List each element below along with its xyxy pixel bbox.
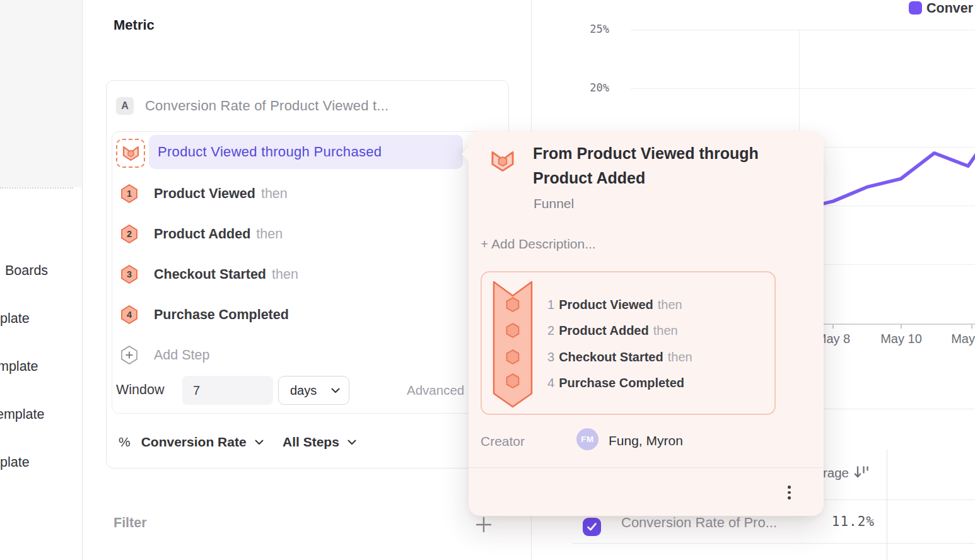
creator-name: Fung, Myron — [609, 433, 683, 448]
measure-metric-label: Conversion Rate — [141, 435, 247, 450]
sidebar-item[interactable]: plate — [0, 309, 30, 328]
popover-step-row: 3Checkout Startedthen — [547, 348, 692, 366]
add-step-button[interactable]: Add Step — [154, 346, 209, 365]
table-row-border — [573, 543, 975, 544]
measure-scope-label: All Steps — [283, 435, 339, 450]
chevron-down-icon — [331, 388, 340, 394]
step-event-name: Product Viewed — [559, 298, 653, 312]
creator-label: Creator — [481, 434, 525, 449]
step-event-name: Product Added — [154, 226, 250, 242]
funnel-preview-box: 1Product Viewedthen 2Product Addedthen 3… — [481, 271, 776, 415]
window-unit-label: days — [290, 383, 317, 398]
popover-step-row: 4Purchase Completed — [547, 374, 684, 392]
funnel-ribbon-icon — [492, 281, 534, 409]
advanced-link[interactable]: Advanced — [407, 383, 464, 398]
chevron-down-icon — [255, 440, 264, 445]
popover-footer-divider — [469, 467, 824, 468]
chevron-down-icon — [347, 440, 356, 445]
sidebar-item[interactable]: plate — [0, 453, 30, 472]
app-window: Boards plate mplate emplate plate Metric… — [0, 0, 975, 560]
step-event-name: Product Viewed — [154, 186, 255, 201]
add-filter-button[interactable] — [474, 515, 493, 534]
step-number: 4 — [547, 376, 554, 390]
sidebar-item[interactable]: mplate — [0, 357, 38, 376]
step-then-label: then — [653, 324, 678, 337]
window-unit-dropdown[interactable]: days — [278, 376, 349, 405]
kebab-dot — [788, 496, 791, 499]
rail-header-area — [0, 0, 82, 187]
table-column-divider — [887, 449, 887, 560]
selected-event-label: Product Viewed through Purchased — [158, 144, 382, 160]
step-event-name: Purchase Completed — [154, 307, 289, 322]
sidebar-item[interactable]: Boards — [5, 261, 48, 280]
step-event-name: Product Added — [559, 324, 649, 337]
svg-text:1: 1 — [127, 189, 132, 199]
window-value-input[interactable] — [182, 376, 273, 405]
funnel-step-row[interactable]: Product Viewedthen — [154, 184, 288, 204]
kebab-dot — [788, 491, 791, 494]
popover-title: From Product Viewed through Product Adde… — [533, 141, 785, 190]
step-number-hexagon: 4 — [120, 305, 138, 324]
step-then-label: then — [261, 186, 288, 201]
funnel-badge-icon — [491, 150, 515, 173]
svg-text:3: 3 — [127, 269, 132, 279]
funnel-step-row[interactable]: Checkout Startedthen — [154, 265, 298, 285]
measure-scope-dropdown[interactable]: All Steps — [283, 435, 356, 450]
sort-descending-icon[interactable] — [853, 464, 870, 481]
check-icon — [586, 521, 598, 533]
sidebar-item[interactable]: emplate — [0, 405, 45, 424]
funnel-event-icon[interactable] — [116, 139, 145, 168]
table-row-average-value: 11.2% — [756, 514, 875, 529]
step-then-label: then — [256, 226, 283, 242]
more-options-button[interactable] — [784, 482, 795, 503]
step-number: 2 — [547, 324, 554, 337]
step-then-label: then — [272, 267, 298, 282]
table-row-name[interactable]: Conversion Rate of Pro... — [621, 515, 777, 531]
step-then-label: then — [658, 298, 682, 312]
popover-step-row: 2Product Addedthen — [547, 322, 678, 339]
step-then-label: then — [668, 350, 692, 364]
series-title[interactable]: Conversion Rate of Product Viewed t... — [145, 98, 388, 114]
percent-icon: % — [119, 435, 131, 450]
step-event-name: Checkout Started — [154, 267, 266, 282]
measure-type-dropdown[interactable]: % Conversion Rate — [119, 435, 264, 450]
series-badge: A — [116, 97, 134, 115]
step-number-hexagon: 3 — [120, 265, 138, 284]
popover-step-row: 1Product Viewedthen — [547, 296, 682, 313]
popover-type-label: Funnel — [534, 196, 574, 211]
step-number-hexagon: 2 — [120, 225, 138, 243]
step-number: 3 — [547, 350, 554, 364]
series-checkbox[interactable] — [583, 518, 601, 536]
kebab-dot — [788, 486, 791, 489]
step-number-hexagon: 1 — [120, 184, 138, 203]
funnel-step-row[interactable]: Purchase Completed — [154, 305, 289, 325]
rail-divider — [0, 187, 73, 189]
svg-text:2: 2 — [127, 229, 132, 239]
conversion-line — [800, 118, 975, 209]
selected-event[interactable]: Product Viewed through Purchased — [149, 135, 463, 169]
event-details-popover: From Product Viewed through Product Adde… — [469, 131, 824, 516]
step-event-name: Checkout Started — [559, 350, 663, 364]
filter-section-heading: Filter — [114, 515, 147, 531]
add-description-button[interactable]: + Add Description... — [481, 236, 596, 252]
window-label: Window — [116, 382, 164, 398]
metric-section-heading: Metric — [114, 17, 155, 33]
funnel-badge-icon — [122, 146, 139, 161]
left-rail: Boards plate mplate emplate plate — [0, 0, 83, 560]
funnel-step-row[interactable]: Product Addedthen — [154, 225, 283, 245]
add-step-icon[interactable] — [120, 346, 138, 365]
creator-avatar: FM — [576, 428, 598, 450]
svg-text:4: 4 — [127, 310, 132, 320]
step-number: 1 — [547, 298, 554, 312]
step-event-name: Purchase Completed — [559, 376, 684, 390]
